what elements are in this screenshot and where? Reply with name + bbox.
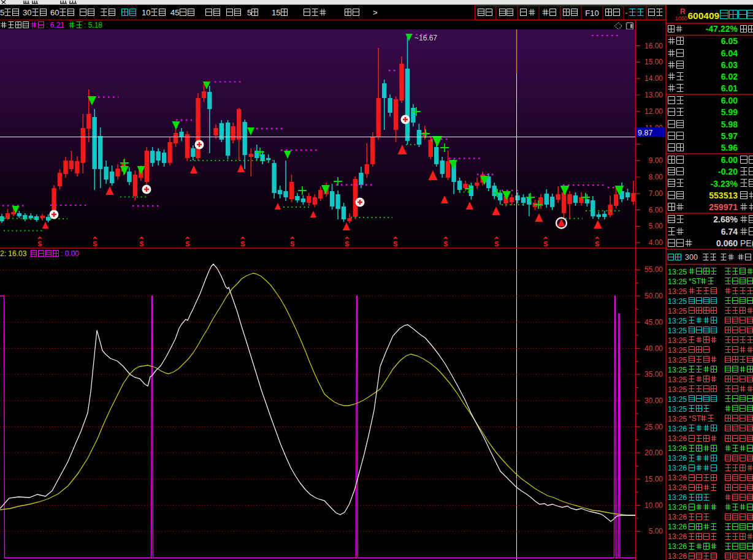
svg-text:16.00: 16.00: [644, 42, 663, 50]
svg-text:5.00: 5.00: [649, 222, 663, 230]
svg-text:*ST: *ST: [689, 414, 701, 423]
svg-text:13:26: 13:26: [668, 474, 687, 482]
svg-text:60: 60: [50, 8, 59, 17]
svg-text:13:25: 13:25: [668, 356, 687, 365]
svg-text:13:26: 13:26: [668, 503, 687, 512]
svg-text:13:26: 13:26: [668, 493, 687, 502]
svg-text:6.00: 6.00: [649, 206, 663, 214]
svg-text:S: S: [494, 240, 499, 248]
svg-text:13:26: 13:26: [668, 464, 687, 472]
svg-text:: 6.21: : 6.21: [46, 21, 64, 29]
svg-text:13:26: 13:26: [668, 454, 687, 463]
svg-text:13:25: 13:25: [668, 395, 687, 404]
svg-text:5.99: 5.99: [721, 107, 738, 117]
svg-text:259971: 259971: [709, 202, 738, 212]
svg-text:8.00: 8.00: [649, 173, 663, 181]
svg-text:12.00: 12.00: [644, 107, 663, 116]
svg-text:13:26: 13:26: [668, 513, 687, 521]
svg-text:1000: 1000: [675, 15, 687, 21]
svg-text:9.87: 9.87: [638, 129, 652, 137]
svg-text:13:25: 13:25: [668, 336, 687, 345]
svg-text:14.00: 14.00: [644, 74, 663, 83]
svg-text:13:25: 13:25: [668, 268, 687, 276]
svg-text:S: S: [93, 240, 97, 248]
svg-text:13:25: 13:25: [668, 415, 687, 423]
svg-text:-: -: [625, 8, 628, 17]
svg-text:13:26: 13:26: [668, 425, 687, 433]
svg-text:S: S: [37, 240, 42, 248]
svg-text:13:26: 13:26: [668, 434, 687, 443]
svg-text:S: S: [185, 240, 189, 248]
svg-text:13:25: 13:25: [668, 317, 687, 325]
svg-text:S: S: [443, 240, 448, 248]
svg-text:13:25: 13:25: [668, 278, 687, 286]
svg-text:5.96: 5.96: [721, 143, 738, 153]
svg-text:55.00: 55.00: [644, 265, 663, 274]
svg-text:10: 10: [142, 8, 150, 17]
svg-text:6.01: 6.01: [721, 83, 738, 93]
svg-text:2.68%: 2.68%: [713, 214, 738, 224]
svg-text:20.00: 20.00: [644, 448, 663, 457]
svg-text:50.00: 50.00: [644, 292, 663, 300]
svg-text:300: 300: [685, 253, 698, 262]
svg-text:13:25: 13:25: [668, 385, 687, 394]
svg-text:6.05: 6.05: [721, 36, 738, 46]
svg-text:25.00: 25.00: [644, 423, 663, 431]
svg-text:-47.22%: -47.22%: [706, 24, 738, 34]
svg-text:13:25: 13:25: [668, 405, 687, 414]
svg-text:13:25: 13:25: [668, 287, 687, 296]
svg-text:F10: F10: [585, 9, 598, 18]
svg-text:13:25: 13:25: [668, 327, 687, 335]
svg-text:45: 45: [170, 8, 179, 17]
svg-text:5.00: 5.00: [649, 527, 663, 535]
svg-text:6.74: 6.74: [721, 227, 738, 236]
svg-text:15.00: 15.00: [644, 58, 663, 66]
svg-text:13:26: 13:26: [668, 542, 687, 551]
svg-text:30.00: 30.00: [644, 396, 663, 405]
svg-text:13:26: 13:26: [668, 523, 687, 531]
svg-text:~16.67: ~16.67: [415, 34, 437, 42]
svg-text:>: >: [373, 8, 378, 17]
svg-text:: 0.00: : 0.00: [61, 249, 79, 258]
svg-text:15.00: 15.00: [644, 475, 663, 483]
svg-text:9.00: 9.00: [649, 156, 663, 165]
svg-text:15: 15: [272, 8, 280, 17]
svg-text:30: 30: [23, 8, 31, 17]
svg-text:5: 5: [247, 8, 251, 17]
svg-text:5.98: 5.98: [721, 119, 738, 129]
svg-text:13:25: 13:25: [668, 307, 687, 316]
svg-text:553513: 553513: [709, 191, 738, 200]
svg-text:600409: 600409: [688, 10, 720, 21]
svg-text:40.00: 40.00: [644, 344, 663, 353]
svg-text:6.03: 6.03: [721, 60, 738, 70]
svg-text:5.97: 5.97: [721, 131, 738, 141]
svg-text:S: S: [345, 240, 349, 248]
svg-text:S: S: [290, 240, 294, 248]
svg-text:: 5.18: : 5.18: [84, 21, 102, 29]
svg-text:13:26: 13:26: [668, 483, 687, 492]
svg-text:S: S: [543, 240, 548, 248]
svg-text:13:25: 13:25: [668, 376, 687, 384]
svg-text:10.00: 10.00: [644, 501, 663, 510]
svg-text:13:26: 13:26: [668, 532, 687, 541]
svg-text:13.00: 13.00: [644, 91, 663, 99]
svg-text:2: 16.03: 2: 16.03: [0, 249, 27, 258]
svg-text:*ST: *ST: [689, 277, 701, 286]
svg-text:13:25: 13:25: [668, 366, 687, 374]
svg-text:45.00: 45.00: [644, 318, 663, 327]
svg-text:-3.23%: -3.23%: [711, 179, 738, 189]
svg-text:5: 5: [0, 8, 4, 17]
svg-text:6.00: 6.00: [721, 96, 738, 105]
svg-text:4.00: 4.00: [649, 238, 663, 247]
svg-text:13:25: 13:25: [668, 346, 687, 355]
svg-text:-0.20: -0.20: [718, 167, 738, 176]
svg-text:6.02: 6.02: [721, 72, 738, 81]
svg-text:6.00: 6.00: [721, 155, 738, 165]
svg-text:7.00: 7.00: [649, 189, 663, 198]
svg-text:35.00: 35.00: [644, 370, 663, 379]
svg-text:13:26: 13:26: [668, 444, 687, 453]
svg-text:S: S: [139, 240, 143, 248]
svg-text:0.060: 0.060: [716, 238, 738, 248]
svg-text:13:26: 13:26: [668, 552, 687, 560]
svg-text:S: S: [595, 240, 599, 248]
